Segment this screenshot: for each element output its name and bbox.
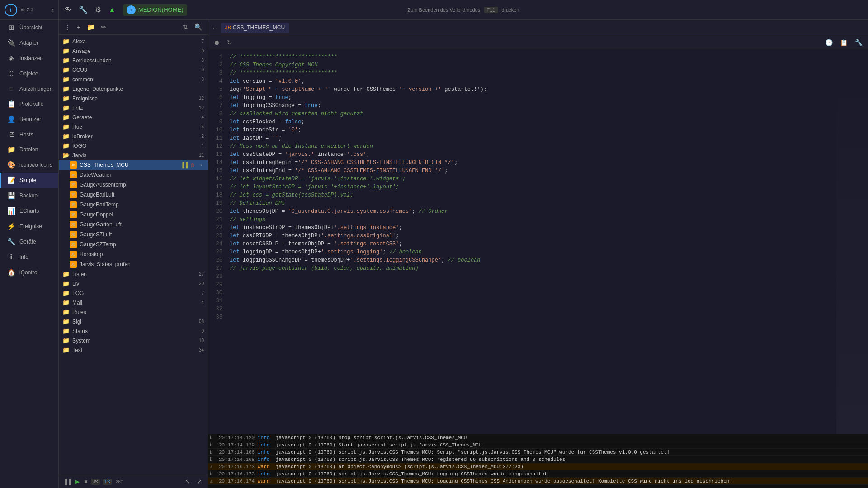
- tree-item-iogo[interactable]: 📁IOGO1: [59, 141, 208, 150]
- ts-badge: TS: [103, 479, 112, 485]
- tree-item-iobroker[interactable]: 📁ioBroker2: [59, 131, 208, 141]
- collapse-tree-btn[interactable]: ⤢: [195, 477, 204, 486]
- tree-item-liv[interactable]: 📁Liv20: [59, 279, 208, 288]
- sidebar-item-geraete[interactable]: 🔧Geräte: [0, 234, 58, 249]
- tree-item-jarvis-states-pr-fen[interactable]: JS Jarvis_States_prüfen ▐▐ 🗑 →: [59, 259, 208, 269]
- sidebar-item-benutzer[interactable]: 👤Benutzer: [0, 112, 58, 127]
- more-options-btn[interactable]: ⋮: [62, 23, 72, 32]
- tree-item-betriebsstunden[interactable]: 📁Betriebsstunden3: [59, 56, 208, 65]
- sidebar-item-skripte[interactable]: 📝Skripte: [0, 173, 58, 188]
- sidebar-item-ereignise[interactable]: ⚡Ereignise: [0, 219, 58, 234]
- tree-item-count: 1: [195, 143, 204, 148]
- settings-script-btn[interactable]: 🔧: [853, 38, 864, 47]
- tree-item-gaugesztemp[interactable]: JS GaugeSZTemp ▐▐ 🗑 →: [59, 239, 208, 249]
- nav-icon-benutzer: 👤: [7, 115, 16, 123]
- nav-label-info: Info: [19, 254, 28, 260]
- code-line: let lastDP = '';: [230, 134, 833, 142]
- run-all-btn[interactable]: ▶: [75, 479, 80, 485]
- tree-item-status[interactable]: 📁Status0: [59, 326, 208, 336]
- tree-item-gaugegartenluft[interactable]: JS GaugeGartenLuft ▐▐ 🗑 →: [59, 220, 208, 230]
- tree-item-gaugeaussentemp[interactable]: JS GaugeAussentemp ▐▐ 🗑 →: [59, 180, 208, 190]
- tree-item-gaugedoppel[interactable]: JS GaugeDoppel ▐▐ 🗑 →: [59, 210, 208, 220]
- run-script-btn[interactable]: ⏺: [212, 38, 222, 47]
- reload-btn[interactable]: ↻: [225, 38, 234, 47]
- log-row-icon: ℹ: [210, 456, 217, 462]
- tree-item-fritz[interactable]: 📁Fritz12: [59, 103, 208, 113]
- update-icon[interactable]: ▲: [108, 6, 116, 14]
- tree-item-alexa[interactable]: 📁Alexa7: [59, 37, 208, 46]
- sidebar-item-objekte[interactable]: ⬡Objekte: [0, 66, 58, 81]
- stop-all-btn[interactable]: ■: [83, 479, 88, 485]
- tree-item-system[interactable]: 📁System10: [59, 336, 208, 345]
- editor-tab-css-themes-mcu[interactable]: JS CSS_THEMES_MCU: [221, 23, 289, 33]
- tree-item-geraete[interactable]: 📁Geraete4: [59, 113, 208, 122]
- line-number: 28: [208, 272, 222, 281]
- tree-item-mail[interactable]: 📁Mail4: [59, 298, 208, 307]
- sidebar-item-backup[interactable]: 💾Backup: [0, 188, 58, 203]
- tree-item-horoskop[interactable]: JS Horoskop ▐▐ 🗑 →: [59, 249, 208, 259]
- clipboard-btn[interactable]: 📋: [838, 38, 849, 47]
- tree-item-ccu3[interactable]: 📁CCU39: [59, 65, 208, 75]
- edit-btn[interactable]: ✏: [99, 23, 108, 32]
- sidebar-item-dateien[interactable]: 📁Dateien: [0, 142, 58, 157]
- tree-item-eigene-datenpunkte[interactable]: 📁Eigene_Datenpunkte: [59, 84, 208, 94]
- sidebar-item-instanzen[interactable]: ◈Instanzen: [0, 51, 58, 66]
- pause-btn[interactable]: ▐▐: [179, 162, 189, 168]
- line-number: 20: [208, 207, 222, 216]
- tree-item-label: ioBroker: [72, 133, 93, 140]
- tree-item-count: 7: [195, 39, 204, 44]
- sidebar-item-uebersicht[interactable]: ⊞Übersicht: [0, 20, 58, 35]
- tree-item-common[interactable]: 📁common3: [59, 75, 208, 84]
- sidebar-item-adapter[interactable]: 🔌Adapter: [0, 35, 58, 51]
- nav-label-dateien: Dateien: [19, 146, 38, 153]
- tree-item-count: 0: [195, 48, 204, 53]
- sidebar-header: i v5.2.3 ‹: [0, 0, 58, 20]
- sidebar-item-info[interactable]: ℹInfo: [0, 249, 58, 265]
- add-script-btn[interactable]: +: [75, 23, 82, 32]
- wrench-icon[interactable]: 🔧: [79, 5, 88, 14]
- tree-item-ereignisse[interactable]: 📁Ereignisse12: [59, 94, 208, 103]
- open-btn[interactable]: →: [197, 162, 204, 168]
- sort-btn[interactable]: ⇅: [181, 23, 190, 32]
- history-btn[interactable]: 🕐: [823, 38, 835, 47]
- delete-btn[interactable]: 🗑: [189, 162, 196, 168]
- tree-item-gaugeszluft[interactable]: JS GaugeSZLuft ▐▐ 🗑 →: [59, 230, 208, 239]
- settings-icon[interactable]: ⚙: [95, 5, 101, 14]
- host-badge[interactable]: i MEDION(HOME): [123, 4, 187, 16]
- sidebar-item-icontwo[interactable]: 🎨icontwo Icons: [0, 157, 58, 173]
- tree-item-label: Eigene_Datenpunkte: [72, 86, 123, 92]
- file-tree: ⋮ + 📁 ✏ ⇅ 🔍 📁Alexa7📁Ansage0📁Betriebsstun…: [59, 20, 208, 488]
- tree-item-sigi[interactable]: 📁Sigi08: [59, 317, 208, 326]
- folder-icon: 📁: [62, 271, 70, 277]
- sidebar-item-echarts[interactable]: 📊ECharts: [0, 203, 58, 219]
- sidebar-item-hosts[interactable]: 🖥Hosts: [0, 127, 58, 142]
- tree-item-rules[interactable]: 📁Rules: [59, 307, 208, 317]
- tree-item-listen[interactable]: 📁Listen27: [59, 269, 208, 279]
- tree-item-dateweather[interactable]: JS DateWeather ▐▐ 🗑 →: [59, 170, 208, 180]
- pause-all-btn[interactable]: ▐▐: [62, 479, 72, 485]
- expand-btn[interactable]: ⤡: [183, 477, 192, 486]
- search-btn[interactable]: 🔍: [193, 23, 204, 32]
- tree-item-count: 11: [195, 153, 204, 158]
- add-folder-btn[interactable]: 📁: [85, 23, 96, 32]
- tree-item-label: GaugeAussentemp: [80, 182, 204, 188]
- tree-item-log[interactable]: 📁LOG7: [59, 288, 208, 298]
- sidebar: i v5.2.3 ‹ ⊞Übersicht🔌Adapter◈Instanzen⬡…: [0, 0, 59, 488]
- script-icon: JS: [70, 181, 77, 188]
- code-line: let cssBlocked = false;: [230, 118, 833, 126]
- tree-item-gaugebadluft[interactable]: JS GaugeBadLuft ▐▐ 🗑 →: [59, 190, 208, 200]
- sidebar-item-aufzaehlungen[interactable]: ≡Aufzählungen: [0, 81, 58, 96]
- sidebar-item-iqontrol[interactable]: 🏠iQontrol: [0, 265, 58, 280]
- tree-item-hue[interactable]: 📁Hue5: [59, 122, 208, 131]
- visibility-icon[interactable]: 👁: [64, 6, 71, 14]
- tree-item-jarvis[interactable]: 📂Jarvis11: [59, 150, 208, 160]
- code-content[interactable]: // ******************************// CSS …: [226, 49, 836, 434]
- tree-item-label: common: [72, 76, 93, 83]
- tree-item-gaugebadtemp[interactable]: JS GaugeBadTemp ▐▐ 🗑 →: [59, 200, 208, 210]
- sidebar-collapse-btn[interactable]: ‹: [52, 6, 54, 14]
- sidebar-item-protokolle[interactable]: 📋Protokolle: [0, 96, 58, 112]
- tree-item-test[interactable]: 📁Test34: [59, 345, 208, 355]
- tab-back-btn[interactable]: ←: [212, 24, 218, 32]
- tree-item-ansage[interactable]: 📁Ansage0: [59, 46, 208, 56]
- tree-item-css-themes-mcu[interactable]: JS CSS_Themes_MCU ▐▐ 🗑 →: [59, 160, 208, 170]
